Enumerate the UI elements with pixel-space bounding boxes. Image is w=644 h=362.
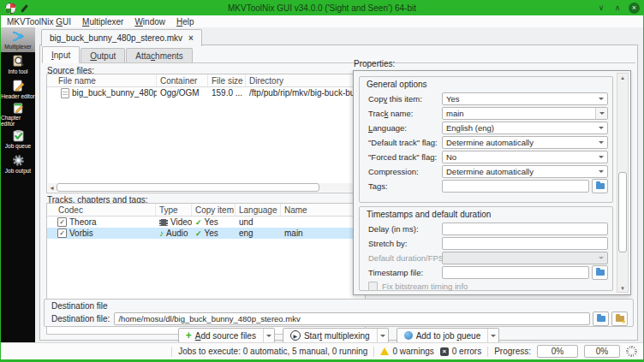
col-file-size[interactable]: File size (208, 74, 246, 86)
start-multiplexing-menu-button[interactable] (377, 329, 388, 342)
add-to-job-queue-button[interactable]: Add to job queue (397, 328, 500, 343)
folder-icon (596, 270, 605, 276)
start-multiplexing-button[interactable]: ▶Start multiplexing (283, 328, 389, 343)
stretch-by-input[interactable] (442, 237, 608, 250)
add-source-files-button[interactable]: +Add source files (178, 328, 275, 343)
col-type[interactable]: Type (156, 204, 192, 216)
col-copy-item[interactable]: Copy item (192, 204, 236, 216)
compression-label: Compression: (368, 167, 442, 176)
col-file-name[interactable]: File name (47, 74, 157, 86)
scroll-up-icon[interactable]: ▴ (617, 74, 628, 81)
info-tool-icon (12, 55, 25, 68)
source-file-row[interactable]: big_buck_bunny_480p_... Ogg/OGM 159.0 ..… (47, 87, 365, 98)
tab-output[interactable]: Output (80, 48, 125, 62)
general-options-title: General options (367, 80, 612, 89)
main-area: big_buck_bunny_480p_stereo.mkv × Input O… (35, 27, 643, 344)
hscroll-thumb[interactable] (57, 183, 319, 192)
document-tab[interactable]: big_buck_bunny_480p_stereo.mkv × (41, 29, 202, 46)
minimize-button[interactable]: ∨ (596, 3, 606, 12)
multiplexer-pane: Input Output Attachments Source files: F… (39, 45, 638, 341)
default-track-flag-select[interactable]: Determine automatically (442, 136, 608, 149)
maximize-button[interactable]: ∧ (612, 3, 623, 12)
sidebar-item-chapter-editor[interactable]: Chapter editor (1, 102, 35, 127)
sidebar-item-info-tool[interactable]: Info tool (1, 52, 35, 77)
header-editor-icon (12, 80, 25, 92)
combo-dropdown-button[interactable] (595, 108, 607, 119)
timestamp-file-browse-button[interactable] (592, 265, 608, 280)
track-checkbox[interactable]: ✓ (57, 228, 67, 238)
chapter-editor-icon (12, 102, 25, 114)
track-name-row: Track name: main (360, 106, 612, 121)
track-checkbox[interactable]: ✓ (57, 217, 67, 227)
timestamp-file-input[interactable] (442, 266, 589, 279)
section-tabbar: Input Output Attachments (42, 47, 635, 63)
destination-browse-button[interactable] (593, 312, 609, 326)
forced-track-flag-select[interactable]: No (442, 151, 608, 163)
new-folder-icon: ★ (616, 316, 624, 322)
col-language[interactable]: Language (236, 204, 281, 216)
col-name[interactable]: Name (281, 204, 360, 216)
menu-window[interactable]: Window (134, 17, 165, 27)
copy-this-item-row: Copy this item: Yes (360, 92, 612, 106)
app-window: MKVToolNix GUI v34.0.0 ('Sight and Seen'… (0, 0, 644, 362)
add-to-job-queue-menu-button[interactable] (487, 329, 498, 342)
properties-panel: General options Copy this item: Yes Trac… (353, 70, 631, 295)
scroll-left-icon[interactable]: ◂ (48, 183, 56, 192)
errors-status: × 0 errors (440, 347, 481, 356)
close-button[interactable]: × (629, 3, 640, 14)
timestamps-group: Timestamps and default duration Delay (i… (359, 206, 613, 291)
col-container[interactable]: Container (157, 74, 208, 86)
destination-file-label: Destination file: (51, 314, 110, 323)
compression-select[interactable]: Determine automatically (442, 165, 608, 178)
default-track-flag-row: "Default track" flag: Determine automati… (360, 135, 612, 150)
source-files-header: File name Container File size Directory (47, 74, 365, 87)
destination-file-input[interactable] (114, 312, 590, 325)
forced-track-flag-label: "Forced track" flag: (368, 152, 442, 162)
language-select[interactable]: English (eng) (442, 122, 608, 134)
menu-multiplexer[interactable]: Multiplexer (82, 17, 123, 27)
sidebar-item-header-editor[interactable]: Header editor (1, 77, 35, 102)
copy-this-item-select[interactable]: Yes (442, 92, 608, 105)
tab-attachments[interactable]: Attachments (126, 48, 193, 62)
delay-input[interactable] (442, 223, 608, 235)
sidebar-item-multiplexer[interactable]: Multiplexer (1, 27, 35, 52)
track-row-theora[interactable]: ✓Theora Video ✓Yes und (47, 217, 365, 228)
col-codec[interactable]: Codec (47, 204, 156, 216)
tags-browse-button[interactable] (592, 179, 608, 193)
error-icon: × (440, 347, 449, 356)
progress-label: Progress: (494, 347, 531, 356)
action-button-row: +Add source files ▶Start multiplexing Ad… (40, 328, 637, 343)
tab-input[interactable]: Input (42, 46, 80, 63)
track-name-combo[interactable]: main (442, 107, 608, 120)
jobs-status-text: Jobs to execute: 0 automatic, 5 manual, … (178, 347, 367, 356)
tab-close-icon[interactable]: × (188, 33, 194, 43)
delay-label: Delay (in ms): (368, 224, 442, 234)
folder-icon (596, 183, 605, 189)
destination-new-folder-button[interactable]: ★ (611, 312, 628, 326)
vscroll-thumb[interactable] (618, 172, 627, 252)
track-row-vorbis[interactable]: ✓Vorbis ♪Audio ✓Yes eng main (47, 228, 365, 239)
timestamp-file-label: Timestamp file: (368, 268, 442, 277)
menu-mkvtoolnix-gui[interactable]: MKVToolNix GUI (7, 17, 71, 27)
properties-vscrollbar[interactable]: ▴ ▾ (617, 73, 629, 293)
add-source-files-menu-button[interactable] (263, 329, 274, 342)
tracks-header: Codec Type Copy item Language Name ID (47, 204, 365, 217)
fix-bitstream-label: Fix bitstream timing info (382, 282, 468, 291)
col-directory[interactable]: Directory (246, 74, 365, 86)
scroll-down-icon[interactable]: ▾ (617, 284, 628, 292)
tags-label: Tags: (368, 181, 442, 191)
sidebar-item-job-queue[interactable]: Job queue (1, 127, 35, 151)
check-icon: ✓ (195, 218, 202, 227)
forced-track-flag-row: "Forced track" flag: No (360, 150, 612, 164)
tags-input[interactable] (442, 180, 589, 193)
plus-icon: + (186, 331, 192, 340)
stretch-by-label: Stretch by: (368, 239, 442, 248)
default-duration-select (442, 252, 608, 264)
language-label: Language: (368, 123, 442, 133)
play-icon: ▶ (290, 330, 301, 341)
fix-bitstream-checkbox (368, 282, 378, 291)
menu-help[interactable]: Help (176, 17, 194, 27)
default-duration-row: Default duration/FPS: (360, 251, 612, 265)
sidebar-item-job-output[interactable]: Job output (1, 151, 35, 176)
source-files-hscrollbar[interactable]: ◂ ▸ (48, 183, 364, 192)
